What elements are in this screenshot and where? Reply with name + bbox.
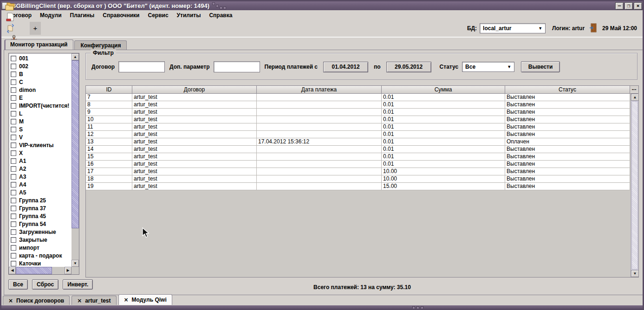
group-item-21[interactable]: Группа 54 — [9, 220, 72, 228]
logout-door-icon[interactable] — [589, 23, 598, 34]
menu-item-1[interactable]: Модули — [36, 11, 65, 19]
table-row[interactable]: 7artur_test0.01Выставлен — [86, 94, 631, 101]
table-row[interactable]: 13artur_test17.04.2012 15:36:120.01Оплач… — [86, 138, 631, 146]
group-checkbox[interactable] — [11, 71, 16, 77]
group-item-17[interactable]: A5 — [9, 188, 72, 196]
group-checkbox[interactable] — [11, 213, 16, 219]
bottom-tab-2[interactable]: ×Модуль Qiwi — [118, 294, 172, 305]
group-item-22[interactable]: Загруженные — [9, 228, 72, 236]
add-tab-button[interactable]: + — [30, 22, 41, 35]
group-item-2[interactable]: B — [9, 70, 72, 78]
group-item-3[interactable]: C — [9, 78, 72, 86]
maximize-button[interactable]: ❐ — [624, 2, 633, 10]
group-checkbox[interactable] — [11, 174, 16, 180]
column-header-4[interactable]: Статус — [505, 86, 630, 94]
group-checkbox[interactable] — [11, 245, 16, 251]
group-checkbox[interactable] — [11, 56, 16, 61]
bottom-tab-0[interactable]: ×Поиск договоров — [3, 296, 70, 305]
group-item-6[interactable]: IMPORT(чистится! — [9, 102, 72, 110]
status-select[interactable]: Все ▼ — [462, 62, 514, 72]
close-icon[interactable]: × — [124, 297, 129, 303]
scroll-down-icon[interactable]: ▼ — [631, 270, 639, 277]
column-header-0[interactable]: ID — [86, 86, 132, 94]
scroll-up-icon[interactable]: ▲ — [72, 53, 79, 60]
group-checkbox[interactable] — [11, 261, 16, 266]
close-icon[interactable]: × — [8, 297, 13, 304]
column-header-2[interactable]: Дата платежа — [257, 86, 382, 94]
group-checkbox[interactable] — [11, 103, 16, 109]
table-row[interactable]: 17artur_test10.00Выставлен — [86, 168, 631, 175]
group-checkbox[interactable] — [11, 166, 16, 172]
table-row[interactable]: 15artur_test0.01Выставлен — [86, 153, 631, 161]
close-button[interactable]: × — [634, 2, 642, 10]
group-item-23[interactable]: Закрытые — [9, 236, 72, 244]
bottom-tab-1[interactable]: ×artur_test — [72, 296, 116, 305]
group-item-15[interactable]: A3 — [9, 173, 72, 181]
group-checkbox[interactable] — [11, 229, 16, 235]
group-item-7[interactable]: L — [9, 110, 72, 117]
column-header-3[interactable]: Сумма — [382, 86, 505, 94]
group-checkbox[interactable] — [11, 206, 16, 211]
transfer-document-icon[interactable] — [5, 23, 15, 34]
group-item-4[interactable]: dimon — [9, 86, 72, 94]
group-checkbox[interactable] — [11, 87, 16, 93]
group-item-16[interactable]: A4 — [9, 181, 72, 188]
scroll-down-icon[interactable]: ▼ — [72, 260, 79, 267]
group-item-1[interactable]: 002 — [9, 62, 72, 70]
table-row[interactable]: 19artur_test15.00Выставлен — [86, 183, 631, 190]
group-checkbox[interactable] — [11, 198, 16, 203]
group-checkbox[interactable] — [11, 119, 16, 124]
group-item-26[interactable]: Каточки — [9, 259, 72, 267]
group-checkbox[interactable] — [11, 190, 16, 195]
menu-item-3[interactable]: Справочники — [98, 11, 143, 19]
group-item-11[interactable]: VIP-клиенты — [9, 141, 72, 149]
table-row[interactable]: 18artur_test10.00Выставлен — [86, 175, 631, 183]
show-button[interactable]: Вывести — [521, 61, 560, 72]
column-header-1[interactable]: Договор — [132, 86, 257, 94]
group-item-5[interactable]: E — [9, 94, 72, 102]
group-checkbox[interactable] — [11, 95, 16, 101]
group-item-18[interactable]: Группа 25 — [9, 196, 72, 204]
group-checkbox[interactable] — [11, 111, 16, 116]
group-item-10[interactable]: V — [9, 133, 72, 141]
group-item-14[interactable]: A2 — [9, 165, 72, 173]
group-checkbox[interactable] — [11, 142, 16, 148]
table-vertical-scrollbar[interactable]: ▲ ▼ — [631, 94, 638, 277]
group-checkbox[interactable] — [11, 182, 16, 187]
group-item-0[interactable]: 001 — [9, 54, 72, 62]
group-checkbox[interactable] — [11, 253, 16, 258]
date-from-button[interactable]: 01.04.2012 — [323, 62, 368, 72]
minimize-button[interactable]: – — [615, 2, 624, 10]
table-row[interactable]: 9artur_test0.01Выставлен — [86, 109, 631, 116]
folder-stack-icon[interactable] — [5, 0, 15, 12]
table-row[interactable]: 11artur_test0.01Выставлен — [86, 123, 631, 131]
db-select[interactable]: local_artur ▼ — [480, 23, 546, 33]
close-icon[interactable]: × — [77, 297, 82, 304]
table-row[interactable]: 8artur_test0.01Выставлен — [86, 101, 631, 109]
group-item-19[interactable]: Группа 37 — [9, 204, 72, 212]
table-row[interactable]: 14artur_test0.01Выставлен — [86, 146, 631, 153]
group-item-24[interactable]: импорт — [9, 244, 72, 252]
menu-item-2[interactable]: Плагины — [66, 11, 99, 19]
scroll-right-icon[interactable]: ▶ — [65, 267, 72, 274]
table-row[interactable]: 16artur_test0.01Выставлен — [86, 161, 631, 168]
group-button-0[interactable]: Все — [8, 279, 28, 290]
scrollbar-thumb[interactable] — [631, 101, 638, 270]
group-item-20[interactable]: Группа 45 — [9, 212, 72, 220]
group-checkbox[interactable] — [11, 150, 16, 156]
remove-document-icon[interactable] — [5, 12, 15, 23]
group-checkbox[interactable] — [11, 158, 16, 164]
group-checkbox[interactable] — [11, 64, 16, 69]
table-options-button[interactable]: ... — [630, 86, 638, 94]
table-row[interactable]: 12artur_test0.01Выставлен — [86, 131, 631, 138]
scrollbar-thumb[interactable] — [72, 60, 79, 228]
group-checkbox[interactable] — [11, 127, 16, 132]
scroll-left-icon[interactable]: ◀ — [9, 267, 16, 274]
group-button-1[interactable]: Сброс — [32, 279, 59, 290]
group-checkbox[interactable] — [11, 221, 16, 227]
group-item-12[interactable]: X — [9, 149, 72, 157]
menu-item-4[interactable]: Сервис — [143, 11, 172, 19]
contract-input[interactable] — [118, 61, 165, 72]
date-to-button[interactable]: 29.05.2012 — [386, 62, 431, 72]
group-item-8[interactable]: M — [9, 117, 72, 125]
